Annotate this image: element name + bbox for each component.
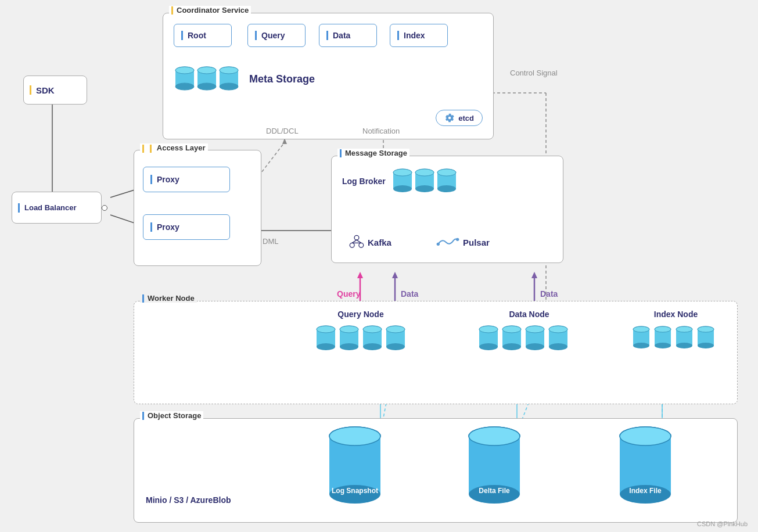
kafka-icon: [349, 235, 364, 250]
svg-point-91: [386, 343, 405, 350]
pulsar-icon: [436, 235, 459, 250]
svg-point-83: [340, 343, 358, 350]
svg-point-115: [655, 343, 671, 348]
svg-point-71: [359, 243, 364, 247]
worker-node-box: Worker Node Query Node: [134, 301, 738, 404]
svg-line-73: [357, 240, 361, 243]
svg-point-99: [502, 343, 521, 350]
delta-file-db: Delta File: [465, 425, 523, 509]
svg-point-79: [317, 343, 335, 350]
load-balancer-label: Load Balancer: [24, 203, 77, 212]
svg-point-84: [340, 326, 358, 333]
svg-point-112: [633, 326, 649, 332]
svg-point-56: [220, 67, 238, 74]
svg-point-76: [456, 238, 459, 241]
data-arrow-label-right: Data: [540, 289, 558, 299]
svg-point-111: [633, 343, 649, 348]
svg-point-136: [620, 427, 671, 445]
svg-point-123: [698, 343, 714, 348]
log-broker-label: Log Broker: [342, 177, 386, 186]
svg-point-75: [437, 243, 440, 246]
svg-point-52: [197, 67, 216, 74]
access-layer-label: Access Layer: [140, 143, 208, 153]
svg-point-69: [354, 235, 359, 240]
root-box: Root: [174, 24, 232, 47]
svg-point-67: [437, 185, 456, 192]
svg-point-59: [393, 185, 412, 192]
svg-point-70: [350, 243, 354, 247]
meta-storage-label: Meta Storage: [249, 73, 315, 85]
coordinator-label: Coordinator Service: [177, 6, 249, 15]
svg-point-119: [676, 343, 692, 348]
index-node-label: Index Node: [631, 310, 721, 319]
svg-marker-24: [392, 272, 398, 278]
index-box: Index: [390, 24, 448, 47]
svg-point-92: [386, 326, 405, 333]
data-node-label: Data Node: [477, 310, 581, 319]
svg-point-100: [502, 326, 521, 333]
svg-point-116: [655, 326, 671, 332]
svg-point-51: [197, 83, 216, 90]
dml-label: DML: [263, 237, 278, 246]
object-storage-box: Object Storage Minio / S3 / AzureBlob Lo…: [134, 418, 738, 523]
load-balancer-box: Load Balancer: [12, 192, 102, 224]
coordinator-service-box: Coordinator Service Root Query Data Inde…: [163, 13, 494, 139]
svg-point-48: [175, 67, 194, 74]
svg-point-88: [363, 326, 382, 333]
svg-point-104: [526, 326, 544, 333]
meta-storage-dbs: [174, 66, 243, 92]
diagram: SDK Load Balancer Access Layer Proxy Pro…: [0, 0, 758, 532]
log-broker-dbs: [391, 168, 461, 195]
index-node-dbs: [631, 325, 721, 354]
minio-label: Minio / S3 / AzureBlob: [146, 495, 231, 505]
svg-point-124: [698, 326, 714, 332]
notification-label: Notification: [362, 127, 400, 135]
ddl-dcl-label: DDL/DCL: [266, 127, 299, 135]
svg-point-64: [415, 169, 434, 176]
message-storage-box: Message Storage Log Broker: [331, 156, 563, 263]
svg-point-55: [220, 83, 238, 90]
index-file-db: Index File: [616, 425, 674, 509]
etcd-badge: etcd: [436, 110, 483, 126]
data-arrow-label-left: Data: [401, 289, 418, 299]
proxy1-box: Proxy: [143, 167, 230, 192]
object-storage-label: Object Storage: [148, 411, 201, 420]
svg-marker-27: [531, 272, 537, 278]
svg-point-108: [549, 326, 567, 333]
pulsar-item: Pulsar: [436, 235, 490, 250]
gear-icon: [444, 113, 455, 123]
svg-point-103: [526, 343, 544, 350]
svg-line-72: [352, 240, 357, 243]
worker-node-label: Worker Node: [148, 294, 195, 303]
watermark: CSDN @PinkHub: [697, 520, 748, 527]
query-arrow-label: Query: [337, 289, 360, 299]
query-node-dbs: [314, 325, 407, 354]
svg-point-80: [317, 326, 335, 333]
svg-point-107: [549, 343, 567, 350]
svg-point-60: [393, 169, 412, 176]
sdk-box: SDK: [23, 76, 87, 105]
svg-point-128: [329, 427, 380, 445]
query-box: Query: [247, 24, 306, 47]
proxy2-box: Proxy: [143, 214, 230, 240]
svg-point-132: [469, 427, 520, 445]
control-signal-label: Control Signal: [510, 69, 558, 77]
data-box: Data: [319, 24, 377, 47]
query-node-label: Query Node: [314, 310, 407, 319]
svg-marker-21: [357, 272, 363, 278]
log-snapshot-db: Log Snapshot: [326, 425, 384, 509]
access-layer-box: Access Layer Proxy Proxy: [134, 150, 261, 266]
svg-point-63: [415, 185, 434, 192]
data-node-dbs: [477, 325, 581, 354]
message-storage-label: Message Storage: [345, 149, 407, 157]
svg-point-47: [175, 83, 194, 90]
svg-point-120: [676, 326, 692, 332]
svg-point-95: [479, 343, 498, 350]
kafka-item: Kafka: [349, 235, 391, 250]
svg-point-96: [479, 326, 498, 333]
sdk-label: SDK: [36, 85, 55, 95]
svg-point-68: [437, 169, 456, 176]
svg-point-87: [363, 343, 382, 350]
